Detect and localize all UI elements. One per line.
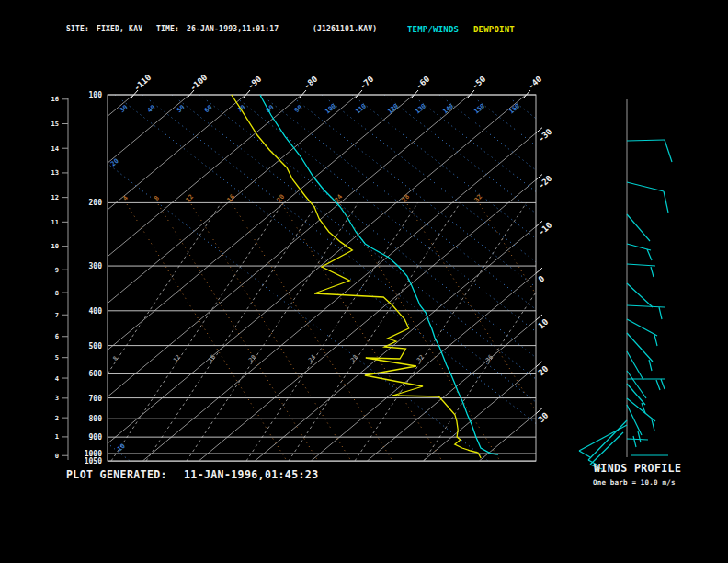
svg-text:0: 0 bbox=[55, 453, 59, 460]
svg-text:28: 28 bbox=[349, 353, 359, 363]
svg-text:90: 90 bbox=[293, 104, 304, 115]
svg-text:1050: 1050 bbox=[85, 457, 102, 465]
site-value: FIXED, KAV bbox=[97, 25, 142, 33]
winds-profile-panel bbox=[579, 99, 672, 469]
svg-text:9: 9 bbox=[55, 267, 59, 274]
svg-text:24: 24 bbox=[334, 193, 345, 204]
legend-dewpoint: DEWPOINT bbox=[473, 25, 515, 34]
svg-text:150: 150 bbox=[472, 102, 486, 115]
svg-text:500: 500 bbox=[89, 342, 103, 350]
pressure-grid bbox=[108, 95, 536, 461]
svg-text:1: 1 bbox=[55, 433, 59, 441]
svg-text:-50: -50 bbox=[471, 75, 488, 91]
svg-text:40: 40 bbox=[146, 104, 157, 115]
svg-text:28: 28 bbox=[401, 193, 412, 204]
svg-text:120: 120 bbox=[386, 102, 400, 115]
svg-text:-40: -40 bbox=[527, 75, 544, 91]
svg-text:140: 140 bbox=[441, 102, 455, 115]
svg-text:32: 32 bbox=[415, 353, 426, 363]
svg-text:32: 32 bbox=[473, 193, 484, 204]
temperature-curve bbox=[260, 95, 498, 454]
svg-text:800: 800 bbox=[89, 415, 103, 423]
svg-text:4: 4 bbox=[121, 195, 130, 202]
svg-text:200: 200 bbox=[89, 199, 103, 207]
svg-text:4: 4 bbox=[55, 375, 59, 383]
legend-temp-winds: TEMP/WINDS bbox=[407, 25, 459, 34]
svg-text:100: 100 bbox=[89, 91, 103, 99]
svg-text:6: 6 bbox=[55, 333, 59, 340]
svg-text:13: 13 bbox=[51, 169, 59, 177]
skewt-app-window: 1002003004005006007008009001000105001234… bbox=[0, 0, 728, 563]
svg-text:-90: -90 bbox=[246, 75, 264, 91]
time-value: 26-JAN-1993,11:01:17 bbox=[187, 25, 279, 33]
winds-profile-caption: One barb = 10.0 m/s bbox=[593, 478, 676, 487]
plot-border bbox=[108, 95, 536, 461]
svg-text:-10: -10 bbox=[537, 221, 554, 237]
svg-text:8: 8 bbox=[153, 195, 161, 202]
svg-text:5: 5 bbox=[55, 354, 59, 362]
plot-generated-value: 11-JAN-1996,01:45:23 bbox=[184, 468, 318, 481]
svg-text:15: 15 bbox=[51, 121, 59, 128]
svg-text:900: 900 bbox=[89, 433, 103, 442]
file-ref: (J1261101.KAV) bbox=[313, 25, 377, 33]
site-label: SITE: bbox=[66, 25, 89, 33]
svg-text:10: 10 bbox=[51, 243, 59, 250]
plot-generated-label: PLOT GENERATED: bbox=[66, 468, 167, 481]
svg-text:160: 160 bbox=[507, 102, 521, 115]
svg-text:16: 16 bbox=[207, 353, 217, 363]
axis-labels: 1002003004005006007008009001000105001234… bbox=[51, 73, 554, 465]
svg-text:12: 12 bbox=[51, 194, 59, 201]
svg-text:20: 20 bbox=[109, 157, 120, 168]
svg-text:16: 16 bbox=[226, 193, 237, 204]
svg-text:-70: -70 bbox=[358, 75, 376, 91]
svg-text:130: 130 bbox=[414, 102, 427, 115]
svg-text:60: 60 bbox=[203, 104, 214, 115]
svg-text:12: 12 bbox=[185, 193, 196, 204]
svg-text:-60: -60 bbox=[415, 75, 432, 91]
svg-text:24: 24 bbox=[307, 353, 317, 363]
svg-text:8: 8 bbox=[55, 290, 59, 297]
winds-profile-title: WINDS PROFILE bbox=[594, 462, 681, 475]
svg-text:14: 14 bbox=[51, 145, 59, 153]
svg-text:30: 30 bbox=[537, 410, 551, 424]
svg-text:2: 2 bbox=[55, 415, 59, 422]
svg-text:12: 12 bbox=[172, 353, 182, 363]
svg-text:20: 20 bbox=[247, 353, 257, 363]
svg-text:10: 10 bbox=[537, 317, 551, 331]
svg-text:-80: -80 bbox=[302, 75, 320, 91]
svg-text:11: 11 bbox=[51, 219, 59, 226]
svg-text:0: 0 bbox=[537, 274, 547, 284]
svg-text:20: 20 bbox=[537, 364, 551, 378]
svg-text:400: 400 bbox=[89, 307, 103, 316]
svg-text:7: 7 bbox=[55, 312, 59, 319]
svg-text:-20: -20 bbox=[537, 174, 554, 190]
time-label: TIME: bbox=[156, 25, 179, 33]
svg-text:700: 700 bbox=[89, 395, 103, 403]
svg-text:-30: -30 bbox=[537, 127, 554, 144]
grid-lines bbox=[0, 95, 728, 461]
svg-text:110: 110 bbox=[354, 102, 368, 115]
svg-text:-100: -100 bbox=[188, 73, 210, 93]
svg-text:3: 3 bbox=[55, 395, 59, 402]
svg-text:-110: -110 bbox=[132, 73, 154, 93]
svg-text:300: 300 bbox=[89, 262, 103, 270]
svg-text:16: 16 bbox=[51, 96, 59, 103]
svg-text:600: 600 bbox=[89, 370, 103, 378]
